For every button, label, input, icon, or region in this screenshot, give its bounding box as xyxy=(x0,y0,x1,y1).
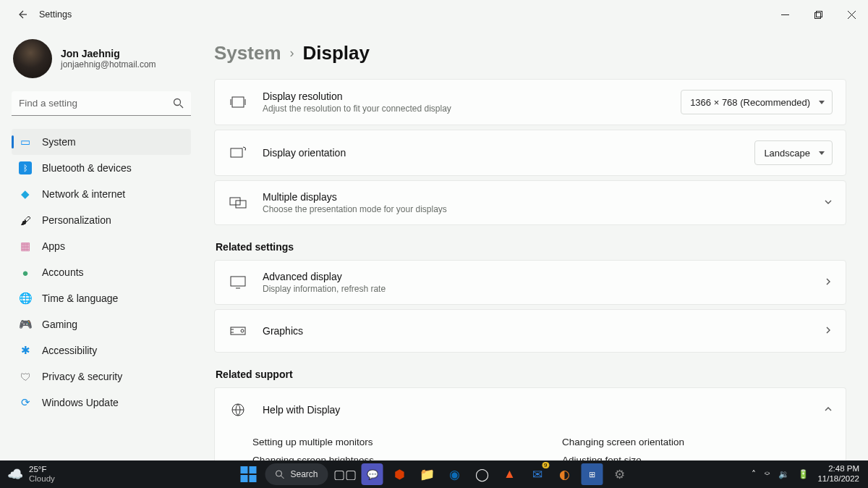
sidebar-item-label: Privacy & security xyxy=(42,371,122,382)
card-multiple-displays[interactable]: Multiple displays Choose the presentatio… xyxy=(214,180,846,225)
svg-rect-8 xyxy=(231,327,245,335)
brave-icon[interactable]: ▲ xyxy=(499,463,521,485)
help-link[interactable]: Changing screen orientation xyxy=(562,437,684,447)
update-icon: ⟳ xyxy=(19,396,32,409)
search-icon xyxy=(173,98,184,112)
help-link[interactable]: Adjusting font size xyxy=(562,455,684,460)
breadcrumb: System › Display xyxy=(214,42,846,64)
edge-icon[interactable]: ◉ xyxy=(444,463,466,485)
svg-rect-7 xyxy=(231,277,245,286)
orientation-icon xyxy=(228,146,248,159)
battery-tray-icon[interactable]: 🔋 xyxy=(798,469,809,479)
office-icon[interactable]: ⬢ xyxy=(389,463,411,485)
section-related-settings: Related settings xyxy=(216,241,846,253)
teams-icon[interactable]: 💬 xyxy=(362,463,383,485)
sidebar-item-privacy[interactable]: 🛡Privacy & security xyxy=(12,363,191,390)
card-title: Display orientation xyxy=(263,147,754,159)
help-globe-icon xyxy=(228,403,248,417)
card-title: Graphics xyxy=(263,325,824,337)
card-help-display[interactable]: Help with Display xyxy=(214,387,846,431)
globe-time-icon: 🌐 xyxy=(19,292,32,305)
tray-expand-icon[interactable]: ˄ xyxy=(752,469,756,479)
start-button[interactable] xyxy=(237,463,259,485)
svg-rect-0 xyxy=(814,12,820,18)
sidebar-item-apps[interactable]: ▦Apps xyxy=(12,233,191,259)
calculator-icon[interactable]: ⊞ xyxy=(582,463,603,485)
apps-icon: ▦ xyxy=(19,240,32,253)
sidebar-item-label: Time & language xyxy=(42,293,118,304)
weather-cond: Cloudy xyxy=(29,474,55,484)
close-button[interactable] xyxy=(835,0,868,29)
sidebar-item-label: Personalization xyxy=(42,214,111,226)
card-subtitle: Choose the presentation mode for your di… xyxy=(263,204,824,214)
sidebar-item-label: Bluetooth & devices xyxy=(42,162,132,174)
minimize-button[interactable] xyxy=(768,0,801,29)
svg-point-2 xyxy=(174,99,181,106)
help-link[interactable]: Changing screen brightness xyxy=(252,455,374,460)
settings-icon[interactable]: ⚙ xyxy=(609,463,631,485)
taskbar-search[interactable]: Search xyxy=(265,463,328,485)
maximize-button[interactable] xyxy=(801,0,835,29)
wifi-icon: ◆ xyxy=(19,188,32,201)
chevron-up-icon xyxy=(824,403,833,416)
gamepad-icon: 🎮 xyxy=(19,318,32,331)
chrome-icon[interactable]: ◯ xyxy=(472,463,493,485)
task-view-button[interactable]: ▢▢ xyxy=(334,463,356,485)
resolution-dropdown[interactable]: 1366 × 768 (Recommended) xyxy=(681,90,833,114)
profile-block[interactable]: Jon Jaehnig jonjaehnig@hotmail.com xyxy=(12,36,191,91)
help-link[interactable]: Setting up multiple monitors xyxy=(252,437,374,447)
sidebar-item-accounts[interactable]: ●Accounts xyxy=(12,259,191,285)
person-icon: ● xyxy=(19,266,32,279)
main-content: System › Display Display resolution Adju… xyxy=(203,29,868,460)
wifi-tray-icon[interactable]: ⌔ xyxy=(765,469,770,479)
sidebar-item-accessibility[interactable]: ✱Accessibility xyxy=(12,337,191,363)
app-icon[interactable]: ◐ xyxy=(554,463,576,485)
search-input[interactable] xyxy=(12,91,191,116)
svg-rect-1 xyxy=(816,11,822,17)
chevron-right-icon xyxy=(824,324,833,337)
sidebar-item-time[interactable]: 🌐Time & language xyxy=(12,285,191,311)
svg-rect-6 xyxy=(236,201,246,208)
card-title: Advanced display xyxy=(263,271,824,282)
card-title: Multiple displays xyxy=(263,191,824,203)
sidebar-item-label: Windows Update xyxy=(42,397,119,408)
weather-widget[interactable]: ☁️ 25°F Cloudy xyxy=(0,465,55,484)
system-icon: ▭ xyxy=(19,135,32,148)
sidebar-item-label: Gaming xyxy=(42,319,77,330)
sidebar: Jon Jaehnig jonjaehnig@hotmail.com ▭Syst… xyxy=(0,29,203,460)
window-title: Settings xyxy=(39,9,72,20)
orientation-dropdown[interactable]: Landscape xyxy=(754,140,833,165)
breadcrumb-parent[interactable]: System xyxy=(214,42,281,64)
volume-tray-icon[interactable]: 🔉 xyxy=(778,469,789,479)
svg-point-9 xyxy=(241,329,244,332)
svg-point-11 xyxy=(276,471,281,476)
card-graphics[interactable]: Graphics xyxy=(214,309,846,353)
sidebar-item-update[interactable]: ⟳Windows Update xyxy=(12,390,191,416)
sidebar-item-gaming[interactable]: 🎮Gaming xyxy=(12,311,191,337)
resolution-icon xyxy=(228,96,248,108)
mail-icon[interactable]: ✉9 xyxy=(527,463,548,485)
explorer-icon[interactable]: 📁 xyxy=(417,463,438,485)
card-subtitle: Adjust the resolution to fit your connec… xyxy=(263,104,681,114)
sidebar-item-system[interactable]: ▭System xyxy=(12,129,191,155)
monitor-icon xyxy=(228,276,248,289)
back-button[interactable] xyxy=(10,3,33,26)
sidebar-item-personalization[interactable]: 🖌Personalization xyxy=(12,207,191,233)
clock[interactable]: 2:48 PM 11/18/2022 xyxy=(817,464,859,484)
chevron-right-icon xyxy=(824,276,833,289)
bluetooth-icon: ᛒ xyxy=(19,161,32,174)
card-title: Display resolution xyxy=(263,91,681,102)
taskbar: ☁️ 25°F Cloudy Search ▢▢ 💬 ⬢ 📁 ◉ ◯ ▲ ✉9 … xyxy=(0,460,868,488)
multiple-displays-icon xyxy=(228,197,248,209)
sidebar-item-bluetooth[interactable]: ᛒBluetooth & devices xyxy=(12,155,191,181)
graphics-icon xyxy=(228,325,248,337)
avatar xyxy=(13,39,52,78)
card-advanced-display[interactable]: Advanced display Display information, re… xyxy=(214,260,846,305)
sidebar-item-label: System xyxy=(42,136,76,148)
sidebar-item-network[interactable]: ◆Network & internet xyxy=(12,181,191,207)
svg-rect-4 xyxy=(231,148,242,157)
title-bar: Settings xyxy=(0,0,868,29)
brush-icon: 🖌 xyxy=(19,214,32,227)
card-subtitle: Display information, refresh rate xyxy=(263,284,824,294)
section-related-support: Related support xyxy=(216,369,846,380)
